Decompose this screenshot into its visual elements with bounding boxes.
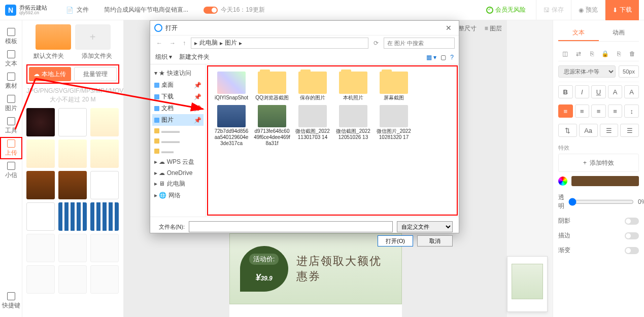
back-button[interactable]: ← xyxy=(154,40,164,47)
asset-thumb[interactable] xyxy=(26,139,55,168)
sb-recent-1[interactable]: ▬▬▬ xyxy=(152,126,204,136)
nav-team[interactable]: 小信 xyxy=(0,159,22,182)
asset-thumb[interactable] xyxy=(90,234,119,262)
up-button[interactable]: ↑ xyxy=(181,40,188,47)
forward-button[interactable]: → xyxy=(167,40,178,47)
asset-thumb[interactable] xyxy=(26,265,55,294)
sb-network[interactable]: ▸ 🌐 网络 xyxy=(152,190,204,201)
help-button[interactable]: ? xyxy=(450,54,454,61)
bold-button[interactable]: B xyxy=(558,85,573,98)
align-right-button[interactable]: ≡ xyxy=(591,104,606,118)
asset-thumb[interactable] xyxy=(58,108,87,136)
open-button[interactable]: 打开(O) xyxy=(378,235,413,246)
opacity-slider[interactable] xyxy=(568,198,634,206)
file-item[interactable]: 屏幕截图 xyxy=(376,72,412,101)
current-color[interactable] xyxy=(571,176,639,186)
project-title[interactable]: 简约合成风端午节电商促销直... xyxy=(104,6,188,14)
refresh-button[interactable]: ⟳ xyxy=(371,40,381,47)
batch-manage-button[interactable]: 批量管理 xyxy=(74,67,117,81)
save-button[interactable]: 🖫保存 xyxy=(536,0,571,20)
asset-thumb[interactable] xyxy=(90,139,119,168)
asset-thumb[interactable] xyxy=(58,171,87,199)
path-bar[interactable]: ▸此电脑▸图片▸ xyxy=(191,38,368,49)
italic-button[interactable]: I xyxy=(575,85,590,98)
preview-pane-button[interactable]: ▢ xyxy=(440,54,446,61)
list-button[interactable]: ☰ xyxy=(600,124,619,137)
asset-thumb[interactable] xyxy=(58,139,87,168)
spacing-button[interactable]: ↕ xyxy=(624,104,639,118)
sb-onedrive[interactable]: ▸ ☁ OneDrive xyxy=(152,168,204,178)
sb-recent-3[interactable]: ▬▬ xyxy=(152,146,204,156)
autosave-toggle[interactable]: 今天16：19更新 xyxy=(204,6,265,14)
search-input[interactable] xyxy=(384,38,455,49)
file-item[interactable]: 微信截图_202211301703 14 xyxy=(294,105,331,147)
preview-button[interactable]: ◉预览 xyxy=(571,0,605,20)
align-icon[interactable]: ⎘ xyxy=(588,50,596,58)
lock-icon[interactable]: 🔒 xyxy=(601,50,609,58)
add-folder[interactable]: + xyxy=(75,24,111,50)
cancel-button[interactable]: 取消 xyxy=(417,235,453,246)
stroke-toggle[interactable] xyxy=(625,232,639,239)
asset-thumb[interactable] xyxy=(90,171,119,199)
nav-template[interactable]: 模板 xyxy=(0,25,22,48)
delete-icon[interactable]: 🗑 xyxy=(628,50,636,58)
sb-wps[interactable]: ▸ ☁ WPS 云盘 xyxy=(152,156,204,168)
dialog-titlebar[interactable]: 打开 ✕ xyxy=(150,21,459,35)
file-item[interactable]: 微信截图_202212051026 13 xyxy=(335,105,371,147)
flip-icon[interactable]: ⇄ xyxy=(574,50,583,58)
nav-shortcuts[interactable]: 快捷键 xyxy=(0,290,22,312)
file-item[interactable]: 保存的图片 xyxy=(294,72,331,101)
file-list[interactable]: iQIYISnapShotQQ浏览器截图保存的图片本机照片屏幕截图72b7dd9… xyxy=(207,65,458,216)
file-item[interactable]: 本机照片 xyxy=(335,72,371,101)
nav-text[interactable]: 文本 xyxy=(0,48,22,70)
file-item[interactable]: d9713fe648c6049f6ce4dee469f8a31f xyxy=(254,105,290,147)
file-item[interactable]: QQ浏览器截图 xyxy=(254,72,290,101)
align-left-button[interactable]: ≡ xyxy=(558,104,573,118)
layers-button[interactable]: ≡ 图层 xyxy=(485,24,502,33)
download-button[interactable]: ⬇下载 xyxy=(605,0,639,20)
case-button[interactable]: Aa xyxy=(579,124,598,137)
file-item[interactable]: 微信图片_202210281320 17 xyxy=(376,105,412,147)
nav-tools[interactable]: 工具 xyxy=(0,115,22,137)
mini-preview[interactable] xyxy=(507,256,548,312)
tab-text[interactable]: 文本 xyxy=(558,25,599,41)
local-upload-button[interactable]: ☁本地上传 xyxy=(29,67,71,81)
align-justify-button[interactable]: ≡ xyxy=(608,104,623,118)
asset-thumb[interactable] xyxy=(90,108,119,136)
font-select[interactable]: 思源宋体-中等 xyxy=(558,65,616,78)
close-button[interactable]: ✕ xyxy=(443,24,455,32)
vertical-text-button[interactable]: ⇅ xyxy=(558,124,577,137)
new-folder-button[interactable]: 新建文件夹 xyxy=(179,53,210,61)
asset-thumb[interactable] xyxy=(58,234,87,262)
transparency-icon[interactable]: ◫ xyxy=(561,50,569,58)
nav-material[interactable]: 素材 xyxy=(0,70,22,92)
gradient-toggle[interactable] xyxy=(625,247,639,254)
font-size-input[interactable] xyxy=(619,65,639,78)
sb-thispc[interactable]: ▸ 🖥 此电脑 xyxy=(152,178,204,190)
asset-thumb[interactable] xyxy=(90,202,119,231)
asset-thumb[interactable] xyxy=(58,202,87,231)
sb-desktop[interactable]: 桌面📌 xyxy=(152,79,204,91)
sb-quick-access[interactable]: ▾ ★ 快速访问 xyxy=(152,67,204,79)
file-item[interactable]: iQIYISnapShot xyxy=(213,72,250,101)
asset-thumb[interactable] xyxy=(26,108,55,136)
align-center-button[interactable]: ≡ xyxy=(575,104,590,118)
sb-documents[interactable]: 文档📌 xyxy=(152,102,204,114)
asset-thumb[interactable] xyxy=(58,265,87,294)
nav-image[interactable]: 图片 xyxy=(0,92,22,115)
sb-recent-2[interactable]: ▬▬▬ xyxy=(152,136,204,146)
view-mode-button[interactable]: ▦ ▾ xyxy=(426,54,436,61)
asset-thumb[interactable] xyxy=(26,234,55,262)
color-picker-icon[interactable] xyxy=(558,177,567,186)
filetype-select[interactable]: 自定义文件 xyxy=(397,221,453,232)
sb-downloads[interactable]: 下载📌 xyxy=(152,91,204,102)
shadow-toggle[interactable] xyxy=(625,218,639,225)
default-folder[interactable] xyxy=(36,24,71,50)
nav-upload[interactable]: 上传 xyxy=(0,137,22,159)
asset-thumb[interactable] xyxy=(90,265,119,294)
copy-icon[interactable]: ⎘ xyxy=(615,50,623,58)
add-effect-button[interactable]: +添加特效 xyxy=(558,154,639,172)
asset-thumb[interactable] xyxy=(26,202,55,231)
textcolor-button[interactable]: A xyxy=(624,85,639,98)
indent-button[interactable]: ☰ xyxy=(620,124,639,137)
